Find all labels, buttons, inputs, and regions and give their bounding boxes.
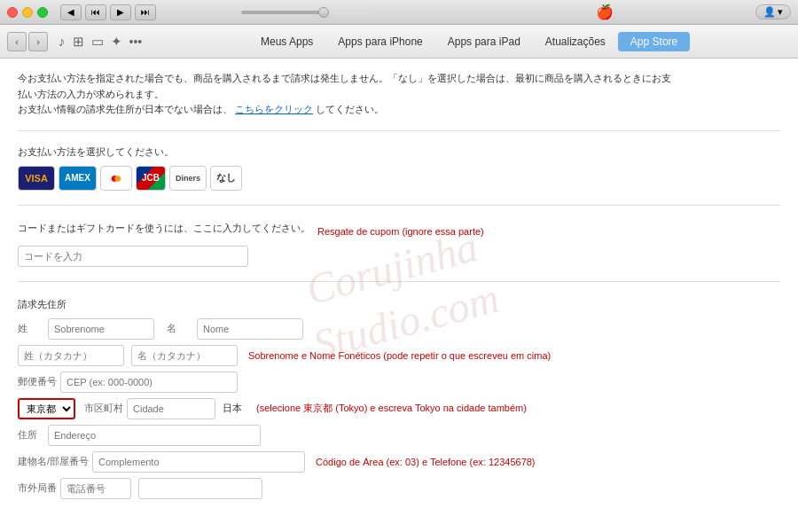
phone-input[interactable] [138,478,262,499]
tab-apps-ipad[interactable]: Apps para iPad [435,32,533,51]
mastercard-button[interactable]: ●● [100,166,132,191]
amex-card-button[interactable]: AMEX [59,166,97,191]
more-dots[interactable]: ••• [129,35,143,49]
payment-cards: VISA AMEX ●● JCB Diners なし [18,166,780,191]
nav-forward-button[interactable]: › [28,32,48,51]
prefecture-select[interactable]: 東京都 [18,398,75,419]
last-name-label: 姓 [18,322,44,335]
address-title: 請求先住所 [18,298,780,311]
coupon-label-row: コードまたはギフトカードを使うには、ここに入力してください。 Resgate d… [18,222,780,242]
account-button[interactable]: 👤 ▾ [755,4,791,20]
city-row: 東京都 市区町村 日本 (selecione 東京都 (Tokyo) e esc… [18,398,780,419]
tab-apps-iphone[interactable]: Apps para iPhone [325,32,434,51]
address-section: 請求先住所 姓 名 Sobrenome e Nome Fonéticos (po… [18,298,780,499]
skip-back-button[interactable]: ⏮ [85,4,106,20]
payment-section: お支払い方法を選択してください。 VISA AMEX ●● JCB Diners… [18,145,780,206]
city-label: 市区町村 [84,402,123,415]
tab-app-store[interactable]: App Store [618,32,690,51]
coupon-section: コードまたはギフトカードを使うには、ここに入力してください。 Resgate d… [18,222,780,282]
nav-back-button[interactable]: ‹ [7,32,27,51]
city-input[interactable] [127,398,215,419]
toolbar-icons: ♪ ⊞ ▭ ✦ ••• [59,34,142,50]
first-name-label: 名 [167,322,193,335]
coupon-annotation: Resgate de cupom (ignore essa parte) [317,226,484,237]
info-line-1: 今お支払い方法を指定された場合でも、商品を購入されるまで請求は発生しません。「な… [18,71,780,87]
info-link[interactable]: こちらをクリック [235,104,313,114]
phone-area-label: 市外局番 [18,481,57,495]
monitor-icon[interactable]: ▭ [91,34,104,50]
content: CorujinhaStudio.com 今お支払い方法を指定された場合でも、商品… [0,59,798,532]
info-line3-suffix: してください。 [316,104,384,114]
titlebar: ◀ ⏮ ▶ ⏭ 🍎 👤 ▾ [0,0,798,25]
postal-row: 郵便番号 [18,372,780,393]
phone-row: 市外局番 [18,478,780,499]
info-text-section: 今お支払い方法を指定された場合でも、商品を購入されるまで請求は発生しません。「な… [18,71,780,131]
last-name-input[interactable] [48,318,154,340]
info-line3-prefix: お支払い情報の請求先住所が日本でない場合は、 [18,104,232,114]
diners-card-button[interactable]: Diners [169,166,207,191]
store-icon[interactable]: ✦ [111,34,122,50]
city-annotation: (selecione 東京都 (Tokyo) e escreva Tokyo n… [256,402,527,415]
first-name-input[interactable] [197,318,303,340]
toolbar-tabs: Meus Apps Apps para iPhone Apps para iPa… [147,32,791,51]
volume-slider[interactable] [161,11,453,14]
maximize-button[interactable] [37,7,48,18]
account-icon: 👤 [763,6,776,18]
play-button[interactable]: ▶ [110,4,131,20]
close-button[interactable] [7,7,18,18]
nav-buttons: ‹ › [7,32,48,51]
address-row: 住所 [18,425,780,446]
address-label: 住所 [18,428,44,442]
titlebar-right: 👤 ▾ [755,4,791,20]
jcb-card-button[interactable]: JCB [136,166,166,191]
nashi-card-button[interactable]: なし [210,166,242,191]
payment-label: お支払い方法を選択してください。 [18,145,780,159]
postal-input[interactable] [60,372,238,393]
titlebar-controls: ◀ ⏮ ▶ ⏭ [60,4,156,20]
name-row: 姓 名 [18,318,780,340]
postal-label: 郵便番号 [18,375,57,388]
skip-forward-button[interactable]: ⏭ [135,4,156,20]
country-label: 日本 [223,402,242,415]
address2-annotation: Código de Área (ex: 03) e Telefone (ex: … [316,457,535,467]
kana-last-input[interactable] [18,345,124,366]
traffic-lights [7,7,48,18]
coupon-input[interactable] [18,246,248,267]
account-arrow: ▾ [778,6,783,18]
kana-row: Sobrenome e Nome Fonéticos (pode repetir… [18,345,780,366]
phone-area-input[interactable] [60,478,131,499]
info-line-3: お支払い情報の請求先住所が日本でない場合は、 こちらをクリック してください。 [18,102,780,118]
address-input[interactable] [48,425,261,446]
address2-row: 建物名/部屋番号 Código de Área (ex: 03) e Telef… [18,451,780,473]
coupon-label: コードまたはギフトカードを使うには、ここに入力してください。 [18,222,310,235]
kana-first-input[interactable] [131,345,238,366]
tab-meus-apps[interactable]: Meus Apps [248,32,325,51]
music-icon[interactable]: ♪ [59,34,66,49]
grid-icon[interactable]: ⊞ [73,34,84,50]
address2-input[interactable] [92,451,305,473]
apple-logo: 🍎 [458,4,750,20]
minimize-button[interactable] [22,7,33,18]
back-button[interactable]: ◀ [60,4,82,20]
kana-annotation: Sobrenome e Nome Fonéticos (pode repetir… [248,350,551,361]
toolbar: ‹ › ♪ ⊞ ▭ ✦ ••• Meus Apps Apps para iPho… [0,25,798,59]
address2-label: 建物名/部屋番号 [18,455,89,468]
info-line-2: 払い方法の入力が求められます。 [18,87,780,103]
visa-card-button[interactable]: VISA [18,166,55,191]
tab-atualizacoes[interactable]: Atualizações [533,32,618,51]
